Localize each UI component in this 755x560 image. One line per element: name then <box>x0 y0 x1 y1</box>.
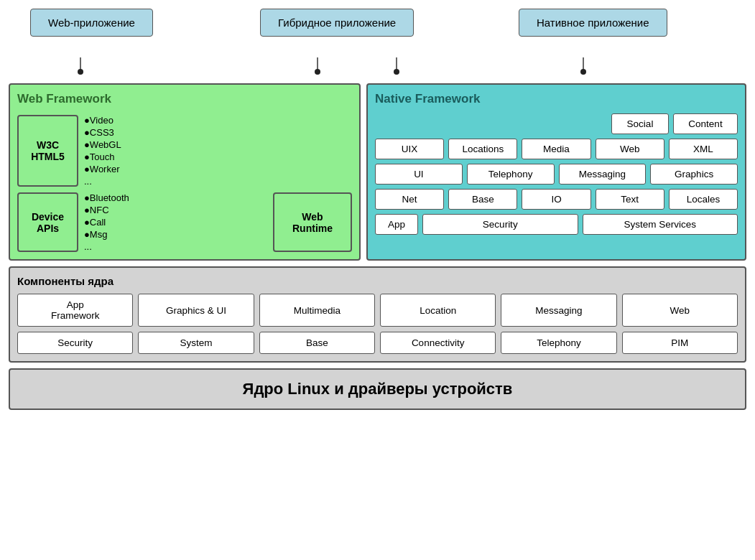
kernel-pim: PIM <box>622 332 738 354</box>
kernel-graphics-ui: Graphics & UI <box>138 294 254 327</box>
feature-more-top: ... <box>84 176 352 187</box>
native-locations: Locations <box>448 139 517 159</box>
kernel-telephony: Telephony <box>501 332 616 354</box>
kernel-connectivity: Connectivity <box>380 332 496 354</box>
feature-call: ●Call <box>84 217 267 228</box>
kernel-system: System <box>138 332 254 354</box>
kernel-row-2: Security System Base Connectivity Teleph… <box>17 332 738 354</box>
native-io: IO <box>522 189 590 210</box>
web-upper-section: W3CHTML5 ●Video ●CSS3 ●WebGL ●Touch ●Wor… <box>17 115 352 187</box>
svg-point-7 <box>580 69 586 75</box>
native-app-box: Нативное приложение <box>519 9 667 37</box>
kernel-base: Base <box>259 332 375 354</box>
svg-point-3 <box>315 69 320 75</box>
native-framework: Native Framework Social Content UIX Loca… <box>366 83 746 261</box>
linux-bar: Ядро Linux и драйверы устройств <box>9 368 746 410</box>
svg-point-5 <box>394 69 399 75</box>
feature-more-bottom: ... <box>84 241 267 252</box>
web-lower-section: Device APIs ●Bluetooth ●NFC ●Call ●Msg .… <box>17 192 352 252</box>
native-web: Web <box>596 139 664 159</box>
kernel-components: Компоненты ядра AppFramework Graphics & … <box>9 266 746 363</box>
native-system-services: System Services <box>583 214 738 235</box>
feature-video: ●Video <box>84 115 352 126</box>
connectors-svg <box>9 57 746 78</box>
kernel-row-1: AppFramework Graphics & UI Multimedia Lo… <box>17 294 738 327</box>
native-security: Security <box>422 214 578 235</box>
feature-worker: ●Worker <box>84 164 352 174</box>
device-apis-box: Device APIs <box>17 192 78 252</box>
native-row-4: App Security System Services <box>375 214 738 235</box>
web-features-list: ●Video ●CSS3 ●WebGL ●Touch ●Worker ... <box>84 115 352 187</box>
linux-bar-label: Ядро Linux и драйверы устройств <box>243 380 513 398</box>
feature-webgl: ●WebGL <box>84 139 352 150</box>
native-content: Content <box>673 113 738 134</box>
native-uix: UIX <box>375 139 444 159</box>
native-framework-title: Native Framework <box>375 92 738 106</box>
native-net: Net <box>375 189 444 210</box>
web-app-box: Web-приложение <box>30 9 153 37</box>
native-row-3: Net Base IO Text Locales <box>375 189 738 210</box>
native-app: App <box>375 214 418 235</box>
native-ui: UI <box>375 164 463 185</box>
native-text: Text <box>596 189 664 210</box>
kernel-messaging: Messaging <box>501 294 616 327</box>
native-graphics: Graphics <box>650 164 738 185</box>
web-runtime-box: WebRuntime <box>273 192 352 252</box>
feature-css3: ●CSS3 <box>84 127 352 138</box>
native-row-2: UI Telephony Messaging Graphics <box>375 164 738 185</box>
frameworks-row: Web Framework W3CHTML5 ●Video ●CSS3 ●Web… <box>9 83 746 261</box>
native-row-1: UIX Locations Media Web XML <box>375 139 738 159</box>
feature-touch: ●Touch <box>84 151 352 162</box>
kernel-location: Location <box>380 294 496 327</box>
native-social: Social <box>611 113 669 134</box>
web-framework: Web Framework W3CHTML5 ●Video ●CSS3 ●Web… <box>9 83 361 261</box>
native-media: Media <box>522 139 590 159</box>
web-framework-title: Web Framework <box>17 92 352 106</box>
w3c-box: W3CHTML5 <box>17 115 78 187</box>
kernel-web: Web <box>622 294 738 327</box>
native-base: Base <box>448 189 517 210</box>
kernel-security: Security <box>17 332 133 354</box>
device-features-list: ●Bluetooth ●NFC ●Call ●Msg ... <box>84 192 267 252</box>
hybrid-app-box: Гибридное приложение <box>260 9 414 37</box>
hybrid-app-label: Гибридное приложение <box>278 17 396 29</box>
feature-msg: ●Msg <box>84 229 267 240</box>
kernel-app-framework: AppFramework <box>17 294 133 327</box>
feature-nfc: ●NFC <box>84 205 267 215</box>
native-app-label: Нативное приложение <box>537 17 649 29</box>
svg-point-1 <box>78 69 83 75</box>
feature-bluetooth: ●Bluetooth <box>84 192 267 203</box>
native-locales: Locales <box>669 189 738 210</box>
web-app-label: Web-приложение <box>48 17 135 29</box>
kernel-components-title: Компоненты ядра <box>17 275 738 287</box>
native-telephony: Telephony <box>467 164 555 185</box>
native-xml: XML <box>669 139 738 159</box>
main-container: Web-приложение Гибридное приложение Нати… <box>9 9 746 410</box>
kernel-multimedia: Multimedia <box>259 294 375 327</box>
native-top-row: Social Content <box>375 113 738 134</box>
native-messaging: Messaging <box>559 164 647 185</box>
